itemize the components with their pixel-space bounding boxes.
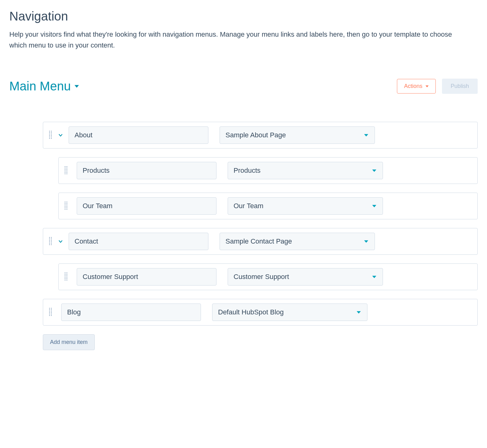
svg-rect-44 — [51, 239, 52, 239]
drag-handle-icon[interactable] — [49, 236, 52, 247]
menu-item-row: Products Products — [58, 157, 478, 184]
svg-rect-46 — [51, 240, 52, 241]
svg-rect-10 — [49, 137, 50, 137]
svg-rect-19 — [65, 169, 65, 170]
svg-rect-70 — [51, 309, 52, 310]
svg-rect-69 — [49, 309, 50, 310]
svg-rect-68 — [51, 308, 52, 309]
svg-rect-67 — [49, 308, 50, 309]
svg-rect-18 — [66, 168, 67, 168]
chevron-down-icon — [371, 274, 377, 280]
svg-rect-24 — [66, 172, 67, 173]
svg-marker-27 — [372, 170, 376, 172]
svg-rect-34 — [65, 206, 65, 207]
page-title: Navigation — [9, 9, 478, 23]
svg-rect-28 — [65, 202, 65, 202]
svg-rect-31 — [66, 203, 67, 204]
svg-rect-55 — [66, 272, 67, 273]
svg-rect-72 — [51, 311, 52, 312]
svg-rect-41 — [49, 237, 50, 238]
chevron-down-icon — [371, 203, 377, 209]
svg-rect-54 — [65, 272, 65, 273]
menu-item-label-text: Products — [83, 167, 110, 175]
svg-marker-14 — [364, 134, 368, 136]
drag-handle-icon[interactable] — [49, 130, 52, 140]
menu-item-page-text: Products — [234, 167, 261, 175]
svg-rect-32 — [65, 205, 65, 205]
menu-item-label-text: Our Team — [83, 202, 112, 210]
svg-rect-65 — [66, 280, 67, 281]
menu-item-page-text: Our Team — [234, 202, 263, 210]
menu-item-page-text: Sample Contact Page — [225, 237, 292, 245]
svg-rect-11 — [51, 137, 52, 137]
expand-toggle[interactable] — [57, 131, 64, 139]
menu-item-row: Blog Default HubSpot Blog — [43, 299, 478, 326]
svg-rect-47 — [49, 241, 50, 242]
svg-marker-0 — [75, 85, 79, 88]
chevron-down-icon — [356, 309, 362, 315]
expand-toggle[interactable] — [57, 238, 64, 245]
page-description: Help your visitors find what they're loo… — [9, 29, 469, 51]
svg-rect-23 — [65, 172, 65, 173]
menu-item-label-input[interactable]: Our Team — [77, 197, 216, 215]
svg-rect-13 — [51, 138, 52, 139]
svg-rect-6 — [49, 134, 50, 135]
menu-item-label-input[interactable]: Customer Support — [77, 268, 216, 286]
svg-rect-58 — [65, 276, 65, 276]
menu-item-page-text: Customer Support — [234, 273, 289, 281]
svg-rect-22 — [66, 171, 67, 171]
svg-rect-20 — [66, 169, 67, 170]
menu-selector-dropdown[interactable]: Main Menu — [9, 79, 79, 93]
drag-handle-icon[interactable] — [49, 307, 52, 318]
actions-button[interactable]: Actions — [397, 79, 436, 94]
svg-rect-45 — [49, 240, 50, 241]
svg-rect-29 — [66, 202, 67, 202]
menu-items-list: About Sample About Page Products — [9, 122, 478, 350]
publish-button[interactable]: Publish — [442, 79, 478, 94]
menu-item-label-input[interactable]: About — [69, 126, 208, 144]
svg-rect-48 — [51, 241, 52, 242]
menu-item-page-select[interactable]: Our Team — [228, 197, 383, 215]
menu-item-label-input[interactable]: Blog — [61, 304, 201, 321]
menu-item-page-select[interactable]: Sample About Page — [220, 126, 375, 144]
svg-marker-79 — [357, 311, 361, 313]
svg-rect-25 — [65, 174, 65, 174]
caret-down-icon — [426, 85, 429, 88]
svg-rect-39 — [66, 209, 67, 210]
svg-rect-36 — [65, 208, 65, 208]
svg-rect-78 — [51, 315, 52, 316]
menu-item-page-select[interactable]: Customer Support — [228, 268, 383, 286]
menu-header-bar: Main Menu Actions Publish — [9, 79, 478, 94]
svg-rect-74 — [51, 312, 52, 313]
menu-item-label-text: Contact — [75, 237, 98, 245]
svg-rect-7 — [51, 134, 52, 135]
svg-rect-38 — [65, 209, 65, 210]
menu-item-row: Our Team Our Team — [58, 193, 478, 219]
drag-handle-icon[interactable] — [64, 201, 68, 211]
svg-rect-71 — [49, 311, 50, 312]
add-menu-item-button[interactable]: Add menu item — [43, 334, 95, 350]
drag-handle-icon[interactable] — [64, 165, 68, 176]
menu-item-row: Customer Support Customer Support — [58, 263, 478, 290]
svg-rect-9 — [51, 135, 52, 136]
menu-item-label-input[interactable]: Contact — [69, 233, 208, 250]
menu-item-page-select[interactable]: Products — [228, 162, 383, 179]
menu-item-page-select[interactable]: Sample Contact Page — [220, 233, 375, 250]
svg-rect-16 — [66, 166, 67, 167]
svg-marker-40 — [372, 205, 376, 207]
svg-rect-42 — [51, 237, 52, 238]
menu-selector-label: Main Menu — [9, 79, 71, 93]
svg-rect-75 — [49, 314, 50, 314]
menu-item-label-input[interactable]: Products — [77, 162, 216, 179]
menu-item-page-select[interactable]: Default HubSpot Blog — [212, 304, 367, 321]
svg-rect-57 — [66, 274, 67, 275]
svg-rect-17 — [65, 168, 65, 168]
menu-item-label-text: Customer Support — [83, 273, 138, 281]
drag-handle-icon[interactable] — [64, 272, 68, 282]
svg-rect-8 — [49, 135, 50, 136]
svg-rect-3 — [51, 131, 52, 131]
svg-rect-43 — [49, 239, 50, 239]
svg-rect-49 — [49, 243, 50, 244]
chevron-down-icon — [363, 239, 369, 244]
menu-item-page-text: Sample About Page — [225, 131, 286, 139]
